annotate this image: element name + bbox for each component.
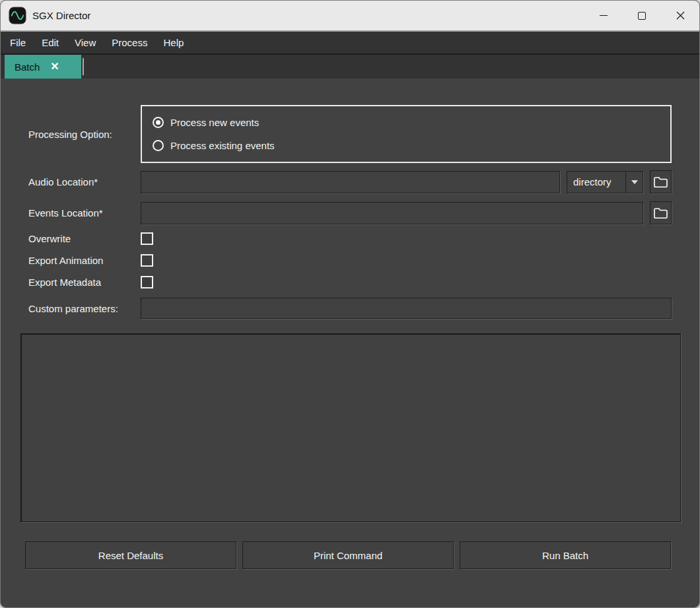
menu-edit[interactable]: Edit <box>34 33 67 52</box>
overwrite-label: Overwrite <box>28 233 141 244</box>
chevron-down-icon <box>631 180 638 184</box>
menu-file[interactable]: File <box>2 33 34 52</box>
menubar: File Edit View Process Help <box>1 32 699 53</box>
export-animation-label: Export Animation <box>28 255 141 266</box>
menu-process[interactable]: Process <box>104 33 155 52</box>
window-title: SGX Director <box>32 10 584 21</box>
close-button[interactable] <box>661 1 699 30</box>
processing-option-row: Processing Option: Process new events Pr… <box>28 105 672 163</box>
tab-close-icon[interactable]: ✕ <box>50 61 59 72</box>
export-metadata-row: Export Metadata <box>28 276 672 288</box>
log-output-container <box>20 333 681 525</box>
custom-parameters-input[interactable] <box>141 298 672 319</box>
radio-process-new-events[interactable]: Process new events <box>153 117 661 128</box>
minimize-icon <box>600 15 608 16</box>
audio-location-row: Audio Location* directory <box>28 170 672 193</box>
events-location-row: Events Location* <box>28 201 672 224</box>
run-batch-button[interactable]: Run Batch <box>460 541 671 569</box>
audio-location-input[interactable] <box>141 171 560 193</box>
folder-icon <box>653 176 668 188</box>
close-icon <box>676 11 685 20</box>
radio-process-existing-events[interactable]: Process existing events <box>153 140 661 151</box>
tab-bar: Batch ✕ <box>1 53 699 79</box>
export-metadata-checkbox[interactable] <box>141 276 153 288</box>
batch-panel: Processing Option: Process new events Pr… <box>1 79 699 319</box>
reset-defaults-button[interactable]: Reset Defaults <box>25 541 236 569</box>
export-metadata-label: Export Metadata <box>28 277 141 288</box>
overwrite-checkbox[interactable] <box>141 232 153 245</box>
menu-view[interactable]: View <box>67 33 104 52</box>
combo-selected-value: directory <box>567 176 625 187</box>
folder-icon <box>653 207 668 219</box>
export-animation-checkbox[interactable] <box>141 254 153 267</box>
processing-option-label: Processing Option: <box>28 129 141 140</box>
combo-arrow-button[interactable] <box>625 172 643 193</box>
tab-batch[interactable]: Batch ✕ <box>5 55 81 79</box>
titlebar: SGX Director <box>1 1 699 32</box>
overwrite-row: Overwrite <box>28 232 672 245</box>
print-command-button[interactable]: Print Command <box>242 541 454 569</box>
export-animation-row: Export Animation <box>28 254 672 267</box>
app-logo-icon <box>9 7 26 24</box>
menu-help[interactable]: Help <box>155 33 192 52</box>
tab-batch-label: Batch <box>15 61 40 73</box>
events-location-label: Events Location* <box>28 207 141 219</box>
custom-parameters-row: Custom parameters: <box>28 298 672 319</box>
tab-divider <box>83 58 84 75</box>
audio-location-label: Audio Location* <box>28 176 141 187</box>
maximize-icon <box>638 12 646 20</box>
action-buttons: Reset Defaults Print Command Run Batch <box>25 541 671 569</box>
maximize-button[interactable] <box>623 1 661 30</box>
radio-icon[interactable] <box>153 140 164 151</box>
log-output-area[interactable] <box>20 333 681 522</box>
custom-parameters-label: Custom parameters: <box>28 303 141 314</box>
window-controls <box>584 1 699 30</box>
minimize-button[interactable] <box>584 1 623 30</box>
events-location-input[interactable] <box>141 202 643 224</box>
radio-label: Process existing events <box>170 140 275 151</box>
app-window: SGX Director File Edit View Process Help… <box>0 0 700 608</box>
events-location-browse-button[interactable] <box>650 201 672 224</box>
radio-icon[interactable] <box>153 117 164 128</box>
radio-label: Process new events <box>170 117 259 128</box>
audio-location-type-select[interactable]: directory <box>567 171 643 193</box>
radio-dot <box>156 120 160 125</box>
processing-option-groupbox: Process new events Process existing even… <box>141 105 672 163</box>
audio-location-browse-button[interactable] <box>650 170 672 193</box>
